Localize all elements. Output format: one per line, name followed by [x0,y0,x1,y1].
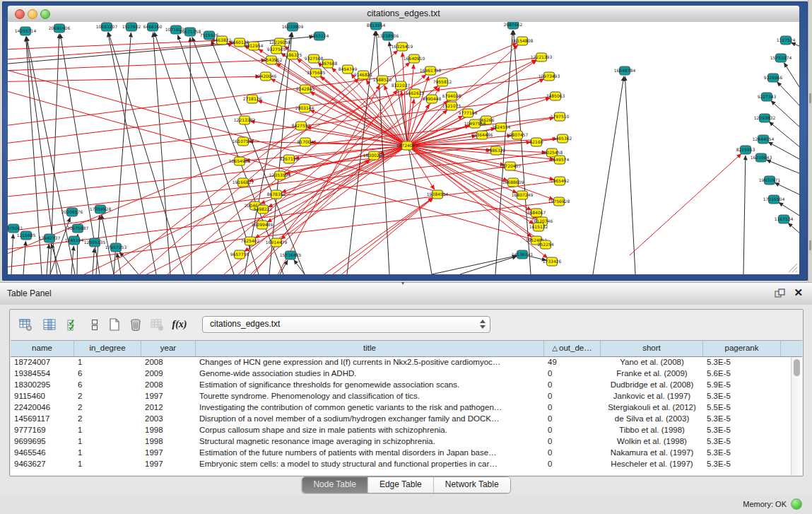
graph-node[interactable]: 12213382 [234,116,256,124]
table-row[interactable]: 1872400712008Changes of HCN gene express… [11,357,792,368]
graph-node[interactable]: 13942737 [39,234,61,243]
graph-node[interactable]: 12353594 [269,171,291,180]
table-cell[interactable]: 0 [544,448,601,459]
table-cell[interactable]: Yano et al. (2008) [601,357,703,368]
graph-node[interactable]: 10654985 [229,157,251,165]
splitter-handle[interactable] [809,240,811,250]
graph-node[interactable]: 7625402 [241,237,260,245]
table-cell[interactable]: Tibbo et al. (1998) [601,425,703,436]
resize-grip-icon[interactable] [785,260,798,273]
table-row[interactable]: 946554611997Estimation of the future num… [11,448,792,459]
table-cell[interactable]: 0 [544,368,601,380]
graph-node[interactable]: 2649574 [551,156,570,164]
import-table-button[interactable] [148,316,165,333]
table-cell[interactable]: 6 [74,368,141,380]
table-cell[interactable]: 5.3E-5 [703,436,781,448]
graph-edge[interactable] [408,64,414,141]
graph-edge[interactable] [250,121,402,145]
graph-node[interactable]: 1527602 [122,23,141,31]
graph-node[interactable]: 7557224 [310,32,329,40]
graph-node[interactable]: 16325419 [392,42,413,51]
table-row[interactable]: 911546021997Tourette syndrome. Phenomeno… [11,391,792,402]
graph-node[interactable]: 3684067 [527,209,546,217]
graph-node[interactable]: 19932971 [759,176,781,185]
table-cell[interactable]: 5.3E-5 [703,448,781,459]
memory-status-led[interactable] [791,498,802,510]
table-cell[interactable]: 1 [74,357,141,368]
graph-node[interactable]: 2718126 [243,95,262,103]
graph-edge[interactable] [389,42,432,274]
table-cell[interactable]: 2 [74,391,141,402]
graph-edge[interactable] [108,33,156,274]
table-cell[interactable]: Hescheler et al. (1997) [601,459,703,470]
graph-node[interactable]: 16914479 [266,238,288,247]
table-row[interactable]: 977716911998Corpus callosum shape and si… [11,425,792,436]
graph-edge[interactable] [119,252,139,274]
graph-edge[interactable] [8,60,266,71]
graph-node[interactable]: 3575685 [307,69,326,77]
table-cell[interactable]: 2008 [141,380,196,391]
graph-node[interactable]: 2803144 [295,104,314,112]
graph-edge[interactable] [593,76,624,274]
column-header-year[interactable]: year [141,341,196,356]
table-cell[interactable]: 0 [544,459,601,470]
graph-node[interactable]: 9329966 [764,74,783,82]
table-cell[interactable]: 2003 [141,414,196,425]
graph-node[interactable]: 14055714 [15,27,37,35]
table-cell[interactable]: 1998 [141,425,196,436]
graph-node[interactable]: 20206576 [61,208,83,216]
graph-edge[interactable] [114,33,131,274]
table-vertical-scrollbar[interactable] [791,357,802,475]
table-cell[interactable]: 1 [74,436,141,448]
graph-node[interactable]: 16648784 [614,66,636,75]
graph-edge[interactable] [412,136,476,145]
table-cell[interactable]: 0 [544,380,601,391]
table-cell[interactable]: 1 [74,448,141,459]
table-cell[interactable]: 2 [74,414,141,425]
graph-edge[interactable] [791,42,799,47]
graph-edge[interactable] [460,256,517,274]
graph-node[interactable]: 22420046 [255,72,277,81]
graph-edge[interactable] [630,153,741,255]
table-cell[interactable]: Wolkin et al. (1998) [601,436,703,448]
column-header-title[interactable]: title [196,341,544,356]
graph-node[interactable]: 20691406 [49,24,71,33]
graph-edge[interactable] [771,100,799,128]
table-cell[interactable]: 22420046 [11,402,74,414]
table-cell[interactable]: Tourette syndrome. Phenomenology and cla… [196,391,544,402]
table-cell[interactable]: 5.3E-5 [703,414,781,425]
table-cell[interactable]: 19384554 [11,368,74,380]
graph-node[interactable]: 9990448 [423,95,442,103]
column-header-out-de-[interactable]: △out_de… [544,341,601,356]
row-height-button[interactable] [86,316,103,333]
table-row[interactable]: 1938455462009Genome-wide association stu… [11,368,792,380]
graph-edge[interactable] [11,234,13,274]
graph-node[interactable]: 12505135 [84,238,106,247]
graph-node[interactable]: 16099489 [252,221,273,229]
table-cell[interactable]: 5.6E-5 [703,368,781,380]
graph-edge[interactable] [408,76,429,141]
graph-node[interactable]: 17957253 [105,243,127,252]
graph-node[interactable]: 16961758 [420,66,442,75]
graph-node[interactable]: 1562615 [406,89,425,98]
table-cell[interactable]: 9777169 [11,425,74,436]
table-row[interactable]: 946362711997Embryonic stem cells: a mode… [11,459,792,470]
tab-node-table[interactable]: Node Table [302,477,367,493]
graph-node[interactable]: 10807457 [507,131,529,139]
graph-node[interactable]: 1465362 [553,134,572,143]
table-row[interactable]: 1830029562008Estimation of significance … [11,380,792,391]
column-header-in-degree[interactable]: in_degree [74,341,141,356]
network-canvas[interactable]: 1872400714055714206914061065320715276026… [8,22,799,274]
table-row[interactable]: 2242004622012Investigating the contribut… [11,402,792,414]
close-panel-button[interactable]: ✕ [794,286,803,299]
table-cell[interactable]: 0 [544,436,601,448]
table-cell[interactable]: 5.3E-5 [703,425,781,436]
table-cell[interactable]: de Silva et al. (2003) [601,414,703,425]
graph-edge[interactable] [777,82,799,107]
graph-node[interactable]: 10688609 [502,178,524,187]
table-cell[interactable]: 1997 [141,459,196,470]
graph-node[interactable]: 12444154 [753,135,775,144]
table-cell[interactable]: 49 [544,357,601,368]
graph-node[interactable]: 2087662 [504,22,523,29]
graph-node[interactable]: 13218506 [377,32,399,40]
